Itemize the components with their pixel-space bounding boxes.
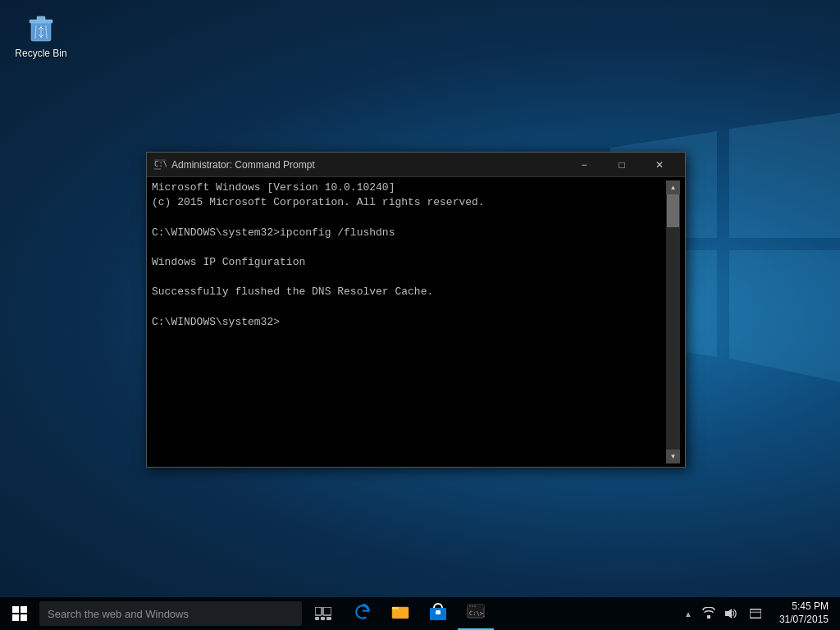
taskbar-item-store[interactable] [420, 597, 456, 630]
store-icon [429, 603, 447, 625]
cmd-line-1: Microsoft Windows [Version 10.0.10240] [152, 180, 666, 195]
maximize-button[interactable]: □ [603, 153, 641, 177]
cmd-window: C:\ Administrator: Command Prompt − □ ✕ … [146, 152, 686, 468]
edge-icon [354, 603, 372, 625]
notification-button[interactable] [743, 597, 768, 630]
system-clock[interactable]: 5:45 PM 31/07/2015 [773, 599, 835, 628]
volume-icon[interactable] [722, 605, 738, 622]
svg-rect-2 [37, 16, 45, 21]
svg-rect-11 [21, 606, 27, 613]
clock-date: 31/07/2015 [779, 614, 829, 627]
svg-rect-12 [12, 614, 19, 621]
svg-rect-22 [436, 610, 441, 614]
svg-rect-20 [392, 607, 399, 609]
svg-rect-13 [21, 614, 27, 621]
svg-rect-18 [326, 617, 331, 620]
svg-rect-29 [707, 615, 710, 619]
cmd-line-2: (c) 2015 Microsoft Corporation. All righ… [152, 195, 666, 210]
svg-rect-31 [750, 609, 761, 619]
recycle-bin-label: Recycle Bin [15, 48, 66, 59]
taskbar-search-input[interactable] [39, 601, 302, 626]
taskbar-items: C:\>_ [341, 597, 676, 630]
cmd-body: Microsoft Windows [Version 10.0.10240] (… [147, 177, 685, 467]
svg-rect-9 [154, 168, 161, 170]
task-view-button[interactable] [305, 597, 341, 630]
cmd-empty-3 [152, 270, 666, 285]
cmd-output: Microsoft Windows [Version 10.0.10240] (… [152, 180, 666, 330]
minimize-button[interactable]: − [565, 153, 603, 177]
cmd-title-text: Administrator: Command Prompt [171, 159, 565, 171]
cmd-line-6: C:\WINDOWS\system32> [152, 315, 666, 330]
start-button[interactable] [0, 597, 39, 630]
svg-line-5 [46, 25, 47, 39]
scrollbar-thumb[interactable] [667, 194, 679, 227]
svg-text:C:\>_: C:\>_ [469, 610, 485, 617]
cmd-title-icon: C:\ [153, 158, 167, 171]
svg-point-26 [472, 605, 473, 607]
scrollbar-up-button[interactable]: ▲ [666, 180, 680, 194]
recycle-bin-desktop-icon[interactable]: Recycle Bin [8, 8, 74, 62]
cmd-titlebar: C:\ Administrator: Command Prompt − □ ✕ [147, 153, 685, 177]
svg-line-3 [35, 25, 36, 39]
clock-time: 5:45 PM [792, 600, 829, 614]
svg-rect-16 [315, 617, 319, 620]
svg-point-25 [469, 605, 471, 607]
taskbar-item-cmd[interactable]: C:\>_ [458, 597, 494, 630]
cmd-empty-4 [152, 300, 666, 315]
svg-rect-14 [315, 607, 322, 615]
cmd-line-5: Successfully flushed the DNS Resolver Ca… [152, 285, 666, 299]
svg-marker-30 [725, 609, 732, 619]
taskbar-item-explorer[interactable] [382, 597, 418, 630]
recycle-bin-icon [25, 11, 57, 44]
cmd-line-4: Windows IP Configuration [152, 255, 666, 270]
taskbar-item-edge[interactable] [345, 597, 381, 630]
cmd-content[interactable]: Microsoft Windows [Version 10.0.10240] (… [152, 180, 666, 463]
svg-rect-17 [321, 617, 325, 620]
svg-rect-10 [12, 606, 19, 613]
svg-text:C:\: C:\ [154, 160, 167, 168]
cmd-empty-2 [152, 240, 666, 255]
cmd-line-3: C:\WINDOWS\system32>ipconfig /flushdns [152, 226, 666, 240]
explorer-icon [391, 604, 409, 624]
desktop: Recycle Bin C:\ Administrator: Command P… [0, 0, 840, 630]
svg-rect-15 [323, 607, 331, 615]
window-controls: − □ ✕ [565, 153, 678, 177]
tray-expand-button[interactable]: ▲ [681, 608, 696, 620]
close-button[interactable]: ✕ [641, 153, 678, 177]
svg-point-27 [474, 605, 476, 607]
cmd-scrollbar: ▲ ▼ [666, 180, 680, 463]
scrollbar-down-button[interactable]: ▼ [666, 450, 680, 463]
scrollbar-track[interactable] [666, 194, 680, 450]
taskbar-right: ▲ [676, 597, 840, 630]
cmd-icon: C:\>_ [467, 602, 485, 624]
taskbar: C:\>_ ▲ [0, 597, 840, 630]
cmd-empty-1 [152, 210, 666, 225]
network-icon[interactable] [701, 605, 717, 622]
